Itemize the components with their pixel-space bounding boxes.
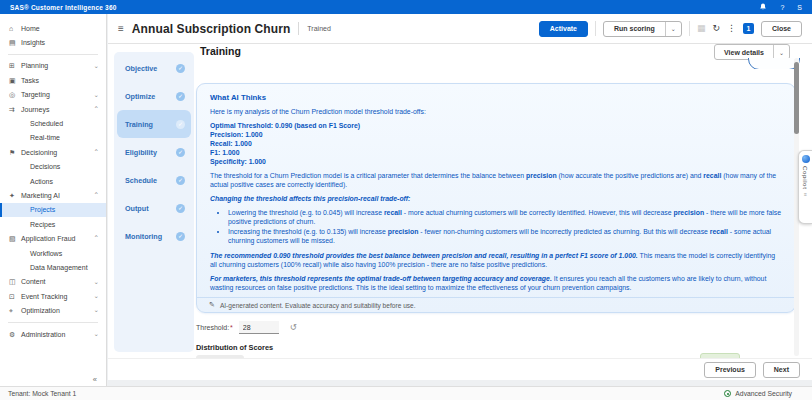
sidebar-divider [8, 54, 98, 55]
ai-insight-panel: What AI Thinks Here is my analysis of th… [196, 83, 796, 313]
chevron-down-icon[interactable]: ⌄ [665, 22, 681, 36]
step-label: Training [125, 120, 153, 129]
sidebar-item-decisioning[interactable]: ⚑Decisioning⌃ [0, 145, 106, 159]
sidebar-item-home[interactable]: ⌂Home [0, 21, 106, 35]
security-label: Advanced Security [735, 390, 792, 397]
ai-disclaimer: ✎ AI-generated content. Evaluate accurac… [197, 297, 795, 312]
sidebar-item-tasks[interactable]: ▣Tasks [0, 73, 106, 87]
application-fraud-icon: ▧ [9, 235, 21, 242]
scrolled-pill-button[interactable] [748, 58, 800, 69]
sidebar-collapse-icon[interactable]: « [93, 375, 97, 384]
chevron-down-icon[interactable]: ⌄ [94, 279, 99, 286]
ai-metric-line: Specificity: 1.000 [210, 158, 782, 167]
ai-metric-line: Precision: 1.000 [210, 131, 782, 140]
step-eligibility[interactable]: Eligibility✓ [114, 138, 194, 166]
sidebar-item-label: Targeting [21, 91, 50, 98]
sidebar-item-marketing-ai[interactable]: ✦Marketing AI⌃ [0, 188, 106, 202]
document-title: Annual Subscription Churn [132, 22, 291, 36]
notification-count-badge[interactable]: 1 [743, 23, 754, 34]
home-icon: ⌂ [9, 25, 21, 32]
tasks-icon: ▣ [9, 77, 21, 84]
sidebar-item-label: Administration [21, 331, 65, 338]
check-circle-icon: ✓ [176, 120, 185, 129]
sidebar-item-event-tracking[interactable]: ⊡Event Tracking⌄ [0, 289, 106, 303]
divider [595, 21, 596, 36]
chevron-up-icon[interactable]: ⌃ [94, 149, 99, 156]
reset-icon[interactable]: ↺ [290, 323, 297, 332]
notifications-bell-icon[interactable] [759, 3, 767, 11]
topbar: SAS® Customer Intelligence 360 ? S [0, 0, 812, 14]
sidebar-item-journeys[interactable]: ⇉Journeys⌃ [0, 102, 106, 116]
chevron-down-icon[interactable]: ⌄ [94, 331, 99, 338]
sidebar-item-label: Decisioning [21, 149, 57, 156]
step-schedule[interactable]: Schedule✓ [114, 166, 194, 194]
ai-bullet-item: Increasing the threshold (e.g. to 0.135)… [228, 228, 782, 246]
sidebar-item-content[interactable]: ◫Content⌄ [0, 275, 106, 289]
sidebar-item-label: Application Fraud [21, 235, 75, 242]
activate-button[interactable]: Activate [539, 21, 588, 37]
step-monitoring[interactable]: Monitoring✓ [114, 222, 194, 250]
step-optimize[interactable]: Optimize✓ [114, 82, 194, 110]
ai-panel-title: What AI Thinks [210, 93, 782, 102]
sidebar-item-scheduled[interactable]: Scheduled [0, 116, 106, 130]
chevron-down-icon[interactable]: ⌄ [94, 92, 99, 99]
sidebar-item-projects[interactable]: Projects [0, 203, 106, 217]
main-header: ≡ Annual Subscription Churn Trained Acti… [108, 14, 812, 44]
sidebar-item-real-time[interactable]: Real-time [0, 131, 106, 145]
sidebar-item-actions[interactable]: Actions [0, 174, 106, 188]
chevron-up-icon[interactable]: ⌃ [94, 192, 99, 199]
chevron-down-icon[interactable]: ⌄ [94, 293, 99, 300]
sidebar-item-label: Optimization [21, 307, 60, 314]
sidebar-item-label: Content [21, 278, 46, 285]
previous-button[interactable]: Previous [704, 362, 756, 378]
main-panel: ≡ Annual Subscription Churn Trained Acti… [108, 14, 812, 380]
sidebar-item-label: Scheduled [30, 120, 63, 127]
step-objective[interactable]: Objective✓ [114, 54, 194, 82]
step-label: Monitoring [125, 232, 162, 241]
insights-icon: ▤ [9, 39, 21, 46]
check-circle-icon: ✓ [176, 148, 185, 157]
chevron-up-icon[interactable]: ⌃ [94, 235, 99, 242]
copilot-tab[interactable]: Copilot ≡ [798, 150, 812, 224]
sidebar-item-optimization[interactable]: ⌖Optimization⌄ [0, 303, 106, 317]
ai-panel-body: Here is my analysis of the Churn Predict… [210, 108, 782, 293]
run-scoring-button[interactable]: Run scoring ⌄ [603, 21, 682, 37]
security-dot-icon [724, 390, 731, 397]
close-button[interactable]: Close [761, 21, 802, 37]
chevron-up-icon[interactable]: ⌃ [94, 106, 99, 113]
sidebar-item-targeting[interactable]: ◎Targeting⌄ [0, 88, 106, 102]
chevron-down-icon[interactable]: ⌄ [94, 63, 99, 70]
scrollbar-thumb[interactable] [794, 62, 799, 134]
check-circle-icon: ✓ [176, 92, 185, 101]
next-button[interactable]: Next [763, 362, 800, 378]
threshold-label: Threshold: [196, 324, 229, 331]
sidebar-item-data-management[interactable]: Data Management [0, 260, 106, 274]
sidebar-item-recipes[interactable]: Recipes [0, 217, 106, 231]
sidebar-item-decisions[interactable]: Decisions [0, 160, 106, 174]
title-separator [298, 22, 299, 35]
ai-pencil-icon: ✎ [209, 301, 215, 309]
sidebar-item-label: Decisions [30, 163, 60, 170]
status-bar: Tenant: Mock Tenant 1 Advanced Security [0, 386, 812, 400]
sidebar-item-planning[interactable]: ⊞Planning⌄ [0, 59, 106, 73]
sidebar-item-label: Actions [30, 178, 53, 185]
ai-metrics: Optimal Threshold: 0.090 (based on F1 Sc… [210, 122, 782, 167]
chevron-down-icon[interactable]: ⌄ [94, 307, 99, 314]
threshold-input[interactable] [239, 321, 279, 334]
header-actions: Activate Run scoring ⌄ ▦ ↻ ⋮ 1 Close [539, 21, 802, 37]
more-options-icon[interactable]: ⋮ [727, 24, 736, 33]
step-output[interactable]: Output✓ [114, 194, 194, 222]
sidebar-item-application-fraud[interactable]: ▧Application Fraud⌃ [0, 231, 106, 245]
ai-paragraph: The threshold for a Churn Prediction mod… [210, 172, 782, 190]
refresh-icon[interactable]: ↻ [712, 24, 720, 33]
chevron-down-icon[interactable]: ⌄ [773, 45, 789, 59]
sidebar-item-workflows[interactable]: Workflows [0, 246, 106, 260]
help-icon[interactable]: ? [780, 4, 784, 11]
check-circle-icon: ✓ [176, 64, 185, 73]
sidebar-item-insights[interactable]: ▤Insights [0, 35, 106, 49]
list-menu-icon[interactable]: ≡ [118, 23, 124, 34]
step-training[interactable]: Training✓ [117, 110, 191, 138]
view-details-label: View details [715, 45, 773, 59]
user-avatar[interactable]: S [797, 4, 802, 11]
sidebar-item-administration[interactable]: ⚙Administration⌄ [0, 327, 106, 341]
